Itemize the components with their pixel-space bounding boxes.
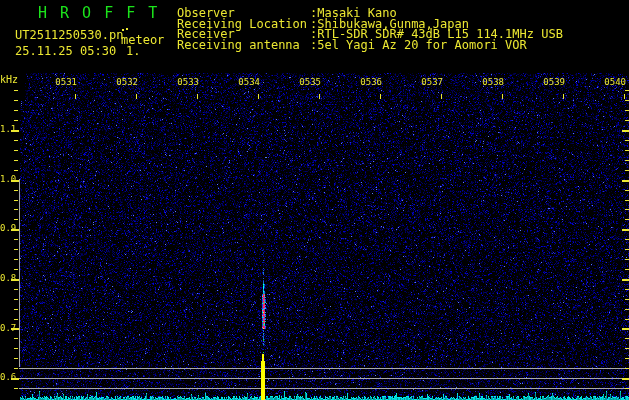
time-tick-mark — [319, 94, 320, 99]
time-tick-mark — [441, 94, 442, 99]
freq-minor-tick-right — [625, 319, 629, 320]
time-tick-label: 0531 — [53, 77, 77, 87]
time-tick-label: 0535 — [297, 77, 321, 87]
freq-minor-tick-right — [625, 140, 629, 141]
time-tick-mark — [197, 94, 198, 99]
freq-minor-tick — [14, 160, 18, 161]
freq-minor-tick — [14, 309, 18, 310]
freq-tick-label: 0.6 — [0, 372, 15, 382]
freq-minor-tick — [14, 299, 18, 300]
freq-minor-tick-right — [625, 120, 629, 121]
freq-minor-tick-right — [625, 160, 629, 161]
freq-minor-tick-right — [625, 358, 629, 359]
freq-minor-tick-right — [625, 348, 629, 349]
freq-minor-tick — [14, 249, 18, 250]
time-tick-label: 0537 — [419, 77, 443, 87]
freq-minor-tick — [14, 190, 18, 191]
freq-minor-tick-right — [625, 289, 629, 290]
freq-minor-tick — [14, 100, 18, 101]
time-tick-mark — [563, 94, 564, 99]
freq-tick-label: 1.0 — [0, 174, 15, 184]
freq-minor-tick-right — [625, 219, 629, 220]
time-tick-label: 0538 — [480, 77, 504, 87]
freq-major-tick-right — [622, 378, 629, 380]
time-tick-label: 0534 — [236, 77, 260, 87]
freq-tick-label: 1.1 — [0, 124, 15, 134]
freq-minor-tick — [14, 110, 18, 111]
freq-minor-tick-right — [625, 338, 629, 339]
freq-minor-tick-right — [625, 299, 629, 300]
freq-minor-tick — [14, 368, 18, 369]
freq-tick-label: 0.9 — [0, 223, 15, 233]
hrofft-screenshot: H R O F F T UT2511250530.pn meteor 25.11… — [0, 0, 629, 400]
freq-minor-tick — [14, 209, 18, 210]
freq-minor-tick-right — [625, 110, 629, 111]
freq-minor-tick-right — [625, 90, 629, 91]
freq-minor-tick-right — [625, 100, 629, 101]
freq-major-tick-right — [622, 279, 629, 281]
freq-minor-tick-right — [625, 269, 629, 270]
freq-major-tick-right — [622, 328, 629, 330]
time-tick-label: 0536 — [358, 77, 382, 87]
freq-minor-tick-right — [625, 209, 629, 210]
antenna-label: Receiving antenna — [177, 38, 300, 52]
freq-minor-tick — [14, 319, 18, 320]
freq-minor-tick-right — [625, 368, 629, 369]
freq-minor-tick-right — [625, 309, 629, 310]
freq-minor-tick — [14, 200, 18, 201]
freq-minor-tick — [14, 120, 18, 121]
freq-minor-tick-right — [625, 259, 629, 260]
freq-minor-tick — [14, 239, 18, 240]
freq-minor-tick-right — [625, 150, 629, 151]
freq-minor-tick-right — [625, 190, 629, 191]
filename-g-remnant — [122, 29, 124, 31]
time-tick-label: 0540 — [602, 77, 626, 87]
freq-minor-tick — [14, 388, 18, 389]
time-tick-mark — [75, 94, 76, 99]
echo-counter: 1. — [126, 44, 140, 58]
time-tick-mark — [380, 94, 381, 99]
time-tick-mark — [624, 94, 625, 99]
freq-minor-tick — [14, 348, 18, 349]
spectrogram-canvas — [0, 0, 629, 400]
freq-minor-tick-right — [625, 249, 629, 250]
freq-minor-tick — [14, 219, 18, 220]
filename-text: UT2511250530.pn — [15, 28, 123, 42]
antenna-value: :5el Yagi Az 20 for Aomori VOR — [310, 38, 527, 52]
time-tick-label: 0539 — [541, 77, 565, 87]
time-tick-label: 0532 — [114, 77, 138, 87]
freq-minor-tick — [14, 259, 18, 260]
freq-minor-tick — [14, 358, 18, 359]
freq-tick-label: 0.7 — [0, 323, 15, 333]
freq-minor-tick-right — [625, 170, 629, 171]
freq-minor-tick — [14, 140, 18, 141]
freq-tick-label: 0.8 — [0, 273, 15, 283]
freq-minor-tick-right — [625, 200, 629, 201]
freq-major-tick-right — [622, 130, 629, 132]
datetime-text: 25.11.25 05:30 — [15, 44, 116, 58]
freq-minor-tick — [14, 269, 18, 270]
freq-minor-tick — [14, 338, 18, 339]
freq-minor-tick — [14, 150, 18, 151]
time-tick-mark — [502, 94, 503, 99]
app-title: H R O F F T — [38, 4, 159, 22]
time-tick-label: 0533 — [175, 77, 199, 87]
khz-axis-unit: kHz — [0, 74, 18, 85]
freq-minor-tick — [14, 90, 18, 91]
time-tick-mark — [258, 94, 259, 99]
freq-major-tick-right — [622, 180, 629, 182]
freq-minor-tick — [14, 170, 18, 171]
freq-major-tick-right — [622, 229, 629, 231]
time-tick-mark — [136, 94, 137, 99]
freq-minor-tick-right — [625, 388, 629, 389]
freq-minor-tick-right — [625, 239, 629, 240]
freq-minor-tick — [14, 289, 18, 290]
